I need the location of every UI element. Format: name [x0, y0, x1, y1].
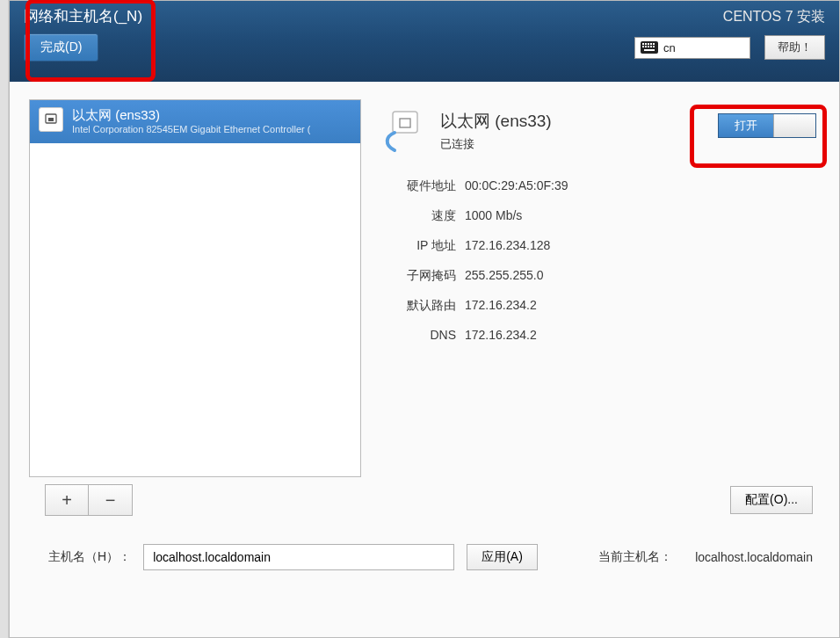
- device-add-remove: + −: [45, 484, 133, 516]
- add-device-button[interactable]: +: [45, 484, 89, 516]
- mask-label: 子网掩码: [377, 268, 456, 284]
- svg-rect-5: [653, 43, 655, 45]
- svg-rect-7: [645, 46, 647, 47]
- svg-rect-3: [648, 43, 649, 45]
- configure-button[interactable]: 配置(O)...: [730, 486, 813, 514]
- device-list-item-subtitle: Intel Corporation 82545EM Gigabit Ethern…: [72, 124, 310, 134]
- detail-status: 已连接: [440, 136, 552, 152]
- svg-rect-8: [648, 46, 649, 47]
- mask-value: 255.255.255.0: [465, 268, 820, 284]
- svg-rect-1: [642, 43, 644, 45]
- hw-value: 00:0C:29:A5:0F:39: [465, 178, 820, 194]
- svg-rect-6: [642, 46, 644, 47]
- ethernet-large-icon: [377, 106, 426, 156]
- network-spoke-window: 网络和主机名(_N) 完成(D) CENTOS 7 安装 cn 帮助！: [9, 0, 840, 638]
- body: 以太网 (ens33) Intel Corporation 82545EM Gi…: [10, 82, 839, 495]
- speed-value: 1000 Mb/s: [465, 208, 820, 224]
- svg-rect-10: [653, 46, 655, 47]
- gw-value: 172.16.234.2: [465, 298, 820, 314]
- ethernet-icon: [39, 107, 63, 132]
- current-hostname-value: localhost.localdomain: [695, 550, 813, 564]
- svg-rect-2: [645, 43, 647, 45]
- hostname-row: 主机名（H）： 应用(A) 当前主机名： localhost.localdoma…: [48, 544, 813, 570]
- detail-head: 以太网 (ens33) 已连接 打开: [377, 106, 820, 156]
- apply-hostname-button[interactable]: 应用(A): [467, 544, 538, 570]
- header-right: CENTOS 7 安装 cn 帮助！: [634, 8, 825, 60]
- device-list-item-title: 以太网 (ens33): [72, 107, 310, 124]
- remove-device-button[interactable]: −: [89, 484, 133, 516]
- connection-toggle[interactable]: 打开: [718, 113, 816, 138]
- toggle-on-label: 打开: [719, 114, 773, 137]
- dns-label: DNS: [377, 328, 456, 342]
- page-title: 网络和主机名(_N): [17, 3, 149, 33]
- install-title: CENTOS 7 安装: [634, 8, 825, 26]
- help-button[interactable]: 帮助！: [764, 35, 825, 60]
- header: 网络和主机名(_N) 完成(D) CENTOS 7 安装 cn 帮助！: [10, 1, 839, 82]
- device-list-item[interactable]: 以太网 (ens33) Intel Corporation 82545EM Gi…: [30, 100, 360, 143]
- speed-label: 速度: [377, 208, 456, 224]
- input-locale-row: cn 帮助！: [634, 35, 825, 60]
- toggle-knob: [773, 114, 815, 137]
- detail-title: 以太网 (ens33): [440, 110, 552, 133]
- svg-rect-9: [650, 46, 652, 47]
- hw-label: 硬件地址: [377, 178, 456, 194]
- svg-rect-13: [48, 118, 54, 121]
- hostname-label: 主机名（H）：: [48, 549, 131, 565]
- ip-label: IP 地址: [377, 238, 456, 254]
- hostname-input[interactable]: [143, 544, 454, 570]
- left-strip: [0, 0, 9, 638]
- svg-rect-14: [393, 112, 417, 133]
- device-list-item-text: 以太网 (ens33) Intel Corporation 82545EM Gi…: [72, 107, 310, 134]
- keyboard-icon: [641, 41, 658, 54]
- keyboard-layout-text: cn: [663, 41, 676, 54]
- gw-label: 默认路由: [377, 298, 456, 314]
- done-button[interactable]: 完成(D): [24, 33, 98, 62]
- current-hostname-label: 当前主机名：: [598, 549, 672, 565]
- ip-value: 172.16.234.128: [465, 238, 820, 254]
- header-left: 网络和主机名(_N) 完成(D): [17, 3, 149, 62]
- keyboard-layout-indicator[interactable]: cn: [634, 37, 750, 59]
- detail-properties: 硬件地址 00:0C:29:A5:0F:39 速度 1000 Mb/s IP 地…: [377, 178, 820, 342]
- svg-rect-11: [644, 49, 655, 51]
- svg-rect-4: [650, 43, 652, 45]
- detail-pane: 以太网 (ens33) 已连接 打开 硬件地址 00:0C:29:A5:0F:3…: [377, 99, 820, 477]
- dns-value: 172.16.234.2: [465, 328, 820, 342]
- device-list[interactable]: 以太网 (ens33) Intel Corporation 82545EM Gi…: [29, 99, 361, 477]
